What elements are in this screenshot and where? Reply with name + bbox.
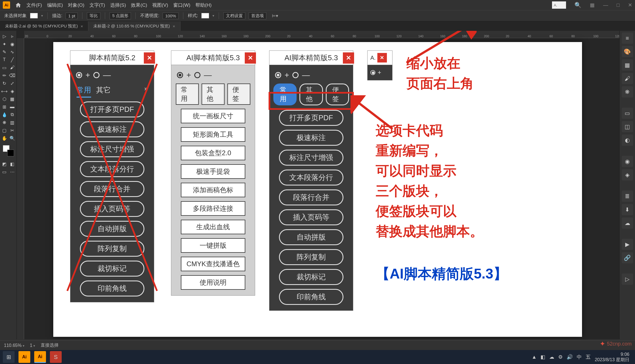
line-tool[interactable]: ╱ bbox=[9, 56, 16, 63]
script-button[interactable]: 使用说明 bbox=[181, 275, 245, 290]
script-button[interactable]: 阵列复制 bbox=[279, 249, 343, 265]
curvature-tool[interactable]: ∿ bbox=[9, 48, 16, 55]
menu-select[interactable]: 选择(S) bbox=[110, 2, 126, 8]
taskbar-ai-2[interactable]: Ai bbox=[34, 351, 46, 363]
close-button[interactable]: ✕ bbox=[343, 52, 354, 64]
doc-tab-1[interactable]: 未标题-2.ai @ 50 % (CMYK/CPU 预览)× bbox=[0, 21, 88, 31]
swatches-icon[interactable]: ▦ bbox=[622, 59, 633, 71]
stroke-weight[interactable]: 1 pt bbox=[66, 13, 78, 19]
menu-help[interactable]: 帮助(H) bbox=[195, 2, 212, 8]
doc-setup-button[interactable]: 文档设置 bbox=[223, 12, 245, 19]
menu-window[interactable]: 窗口(W) bbox=[173, 2, 190, 8]
artboard-nav[interactable]: 1 bbox=[30, 343, 35, 348]
script-button[interactable]: 裁切标记 bbox=[80, 261, 144, 277]
script-button[interactable]: 矩形圆角工具 bbox=[181, 127, 245, 142]
color-swatch[interactable] bbox=[3, 145, 14, 156]
chevron-right-icon[interactable]: » bbox=[144, 85, 148, 98]
home-icon[interactable] bbox=[15, 2, 21, 8]
close-button[interactable]: ✕ bbox=[377, 53, 387, 62]
script-button[interactable]: 自动拼版 bbox=[80, 221, 144, 237]
script-button[interactable]: 印前角线 bbox=[279, 289, 343, 305]
zoom-tool[interactable]: 🔍 bbox=[9, 135, 16, 142]
selection-tool[interactable]: ▷ bbox=[1, 33, 8, 40]
radio-off[interactable] bbox=[292, 72, 299, 78]
script-button[interactable]: 段落行合并 bbox=[279, 189, 343, 205]
script-button[interactable]: 插入页码等 bbox=[279, 209, 343, 225]
tab-other[interactable]: 其它 bbox=[96, 85, 111, 98]
radio-on[interactable] bbox=[76, 72, 82, 78]
arrange-docs-icon[interactable]: ▦ bbox=[590, 2, 595, 8]
menu-effect[interactable]: 效果(C) bbox=[131, 2, 147, 8]
perspective-tool[interactable]: ▦ bbox=[9, 95, 16, 103]
blend-tool[interactable]: ⧉ bbox=[9, 111, 16, 118]
hand-tool[interactable]: ✋ bbox=[1, 135, 8, 142]
radio-on[interactable] bbox=[177, 72, 183, 78]
direct-selection-tool[interactable]: ▹ bbox=[9, 33, 16, 40]
script-button[interactable]: 标注尺寸增强 bbox=[80, 141, 144, 157]
eyedropper-tool[interactable]: 💧 bbox=[1, 111, 8, 118]
script-button[interactable]: 多段路径连接 bbox=[181, 201, 245, 216]
magic-wand-tool[interactable]: ✦ bbox=[1, 40, 8, 48]
shape-builder-tool[interactable]: ⬡ bbox=[1, 95, 8, 103]
zoom-level[interactable]: 110.65% bbox=[4, 343, 24, 348]
asset-export-icon[interactable]: ⬇ bbox=[622, 204, 633, 215]
taskbar-ai-1[interactable]: Ai bbox=[19, 351, 30, 363]
script-button[interactable]: 段落行合并 bbox=[80, 181, 144, 197]
tab-notes[interactable]: 便签 bbox=[227, 84, 250, 105]
tray-icon[interactable]: ☁ bbox=[549, 354, 554, 360]
tab-other[interactable]: 其他 bbox=[202, 84, 225, 105]
graphic-styles-icon[interactable]: ◈ bbox=[622, 169, 633, 180]
gradient-tool[interactable]: ▬ bbox=[9, 103, 16, 110]
width-tool[interactable]: ⟷ bbox=[1, 87, 8, 95]
script-button[interactable]: 文本段落分行 bbox=[279, 170, 343, 186]
radio-on[interactable] bbox=[370, 70, 375, 75]
layers-icon[interactable]: ≣ bbox=[622, 191, 633, 202]
radio-on[interactable] bbox=[275, 72, 281, 78]
links-icon[interactable]: 🔗 bbox=[622, 252, 633, 263]
menu-edit[interactable]: 编辑(E) bbox=[47, 2, 63, 8]
script-button[interactable]: 统一画板尺寸 bbox=[181, 109, 245, 123]
transparency-icon[interactable]: ◐ bbox=[622, 135, 633, 146]
rectangle-tool[interactable]: ▭ bbox=[1, 64, 8, 71]
tab-common[interactable]: 常用 bbox=[77, 85, 91, 98]
menu-object[interactable]: 对象(O) bbox=[68, 2, 84, 8]
pen-tool[interactable]: ✎ bbox=[1, 48, 8, 55]
radio-off[interactable] bbox=[194, 72, 200, 78]
symbol-sprayer-tool[interactable]: ❋ bbox=[1, 119, 8, 126]
doc-tab-2[interactable]: 未标题-2 @ 110.65 % (CMYK/CPU 预览)× bbox=[88, 21, 181, 31]
window-close[interactable]: ✕ bbox=[628, 2, 632, 8]
play-icon[interactable]: ▷ bbox=[622, 273, 633, 285]
tray-icon[interactable]: ⚙ bbox=[558, 354, 563, 360]
start-button[interactable]: ⊞ bbox=[3, 351, 15, 363]
window-minimize[interactable]: — bbox=[603, 2, 608, 8]
color-mode-icon[interactable]: ◩ bbox=[1, 160, 8, 168]
close-icon[interactable]: × bbox=[173, 24, 175, 29]
tray-icon[interactable]: ▲ bbox=[532, 354, 537, 360]
script-button[interactable]: CMYK查找潘通色 bbox=[181, 257, 245, 271]
script-button[interactable]: 极速手提袋 bbox=[181, 164, 245, 179]
tray-ime-icon[interactable]: 五 bbox=[586, 354, 591, 360]
taskbar-clock[interactable]: 9:06 2023/8/13 星期日 bbox=[595, 352, 632, 362]
script-button[interactable]: 裁切标记 bbox=[279, 269, 343, 285]
brush-dropdown[interactable]: 5 点圆形 bbox=[110, 12, 131, 19]
eraser-tool[interactable]: ⌫ bbox=[9, 72, 16, 79]
script-button[interactable]: 包装盒型2.0 bbox=[181, 146, 245, 160]
script-button[interactable]: 一键拼版 bbox=[181, 238, 245, 253]
script-button[interactable]: 标注尺寸增强 bbox=[279, 150, 343, 166]
taskbar-app-3[interactable]: S bbox=[50, 351, 62, 363]
libraries-icon[interactable]: ☁ bbox=[622, 217, 633, 229]
artboard-tool[interactable]: ▢ bbox=[1, 127, 8, 134]
script-button[interactable]: 生成出血线 bbox=[181, 220, 245, 234]
close-button[interactable]: ✕ bbox=[144, 52, 155, 64]
properties-icon[interactable]: ≡ bbox=[622, 33, 633, 44]
close-icon[interactable]: × bbox=[80, 24, 83, 29]
tray-ime-icon[interactable]: 中 bbox=[577, 354, 582, 360]
type-tool[interactable]: T bbox=[1, 56, 8, 63]
corner-mini-panel[interactable]: A. bbox=[552, 1, 566, 9]
style-swatch[interactable] bbox=[201, 13, 209, 18]
radio-off[interactable] bbox=[93, 72, 100, 78]
script-button[interactable]: 印前角线 bbox=[80, 280, 144, 296]
brushes-icon[interactable]: 🖌 bbox=[622, 73, 633, 84]
fill-swatch[interactable] bbox=[30, 13, 38, 18]
script-button[interactable]: 打开多页PDF bbox=[279, 110, 343, 126]
